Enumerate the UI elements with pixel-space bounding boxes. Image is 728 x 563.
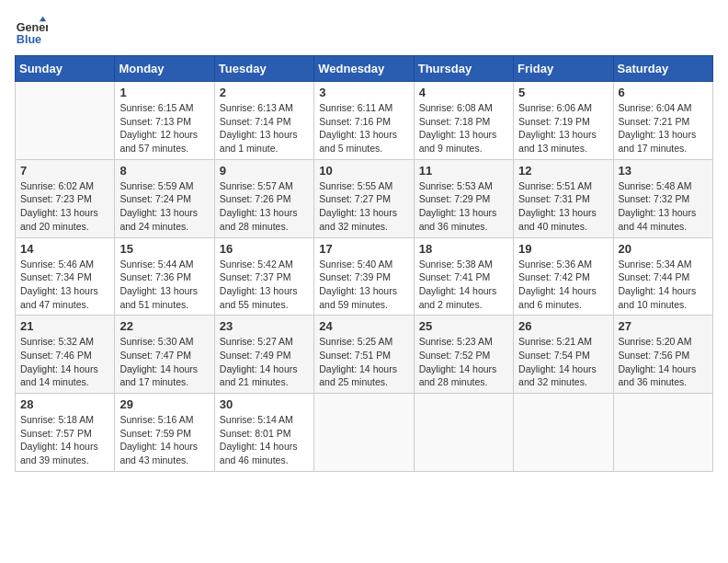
day-info: Sunrise: 6:08 AM Sunset: 7:18 PM Dayligh… [419, 101, 508, 155]
day-info: Sunrise: 6:15 AM Sunset: 7:13 PM Dayligh… [119, 101, 209, 155]
calendar-cell: 21Sunrise: 5:32 AM Sunset: 7:46 PM Dayli… [16, 316, 115, 394]
calendar-cell: 7Sunrise: 6:02 AM Sunset: 7:23 PM Daylig… [16, 159, 115, 237]
day-number: 8 [119, 164, 209, 178]
day-number: 6 [619, 86, 708, 99]
day-number: 18 [419, 242, 508, 256]
day-info: Sunrise: 5:40 AM Sunset: 7:39 PM Dayligh… [319, 258, 408, 312]
day-info: Sunrise: 5:38 AM Sunset: 7:41 PM Dayligh… [419, 258, 508, 312]
logo: General Blue [15, 15, 53, 48]
calendar-cell: 25Sunrise: 5:23 AM Sunset: 7:52 PM Dayli… [414, 316, 513, 394]
calendar-cell: 30Sunrise: 5:14 AM Sunset: 8:01 PM Dayli… [214, 394, 313, 472]
day-info: Sunrise: 5:25 AM Sunset: 7:51 PM Dayligh… [319, 335, 408, 389]
day-number: 19 [518, 242, 608, 256]
day-header-wednesday: Wednesday [314, 56, 414, 82]
day-header-sunday: Sunday [16, 56, 115, 82]
day-number: 15 [119, 242, 209, 256]
day-info: Sunrise: 5:53 AM Sunset: 7:29 PM Dayligh… [419, 179, 508, 234]
day-info: Sunrise: 5:48 AM Sunset: 7:32 PM Dayligh… [619, 179, 708, 234]
calendar-cell: 13Sunrise: 5:48 AM Sunset: 7:32 PM Dayli… [613, 159, 712, 237]
day-number: 21 [20, 319, 109, 333]
calendar-cell: 29Sunrise: 5:16 AM Sunset: 7:59 PM Dayli… [115, 394, 214, 472]
calendar-cell: 17Sunrise: 5:40 AM Sunset: 7:39 PM Dayli… [314, 237, 414, 316]
calendar-cell: 2Sunrise: 6:13 AM Sunset: 7:14 PM Daylig… [214, 82, 313, 160]
day-info: Sunrise: 5:16 AM Sunset: 7:59 PM Dayligh… [119, 413, 209, 467]
day-number: 3 [319, 86, 408, 99]
calendar-cell: 11Sunrise: 5:53 AM Sunset: 7:29 PM Dayli… [414, 159, 513, 237]
calendar-cell: 19Sunrise: 5:36 AM Sunset: 7:42 PM Dayli… [514, 237, 613, 316]
day-number: 29 [119, 397, 209, 411]
day-info: Sunrise: 5:30 AM Sunset: 7:47 PM Dayligh… [119, 335, 209, 389]
calendar-cell [16, 82, 115, 160]
day-info: Sunrise: 6:02 AM Sunset: 7:23 PM Dayligh… [20, 179, 109, 234]
calendar-cell: 28Sunrise: 5:18 AM Sunset: 7:57 PM Dayli… [16, 394, 115, 472]
calendar-cell: 3Sunrise: 6:11 AM Sunset: 7:16 PM Daylig… [314, 82, 414, 160]
day-number: 4 [419, 86, 508, 99]
calendar-cell: 23Sunrise: 5:27 AM Sunset: 7:49 PM Dayli… [214, 316, 313, 394]
day-number: 28 [20, 397, 109, 411]
day-info: Sunrise: 5:34 AM Sunset: 7:44 PM Dayligh… [619, 258, 708, 312]
day-info: Sunrise: 5:32 AM Sunset: 7:46 PM Dayligh… [20, 335, 109, 389]
day-number: 13 [619, 164, 708, 178]
day-info: Sunrise: 5:18 AM Sunset: 7:57 PM Dayligh… [20, 413, 109, 467]
day-info: Sunrise: 5:23 AM Sunset: 7:52 PM Dayligh… [419, 335, 508, 389]
calendar-cell: 16Sunrise: 5:42 AM Sunset: 7:37 PM Dayli… [214, 237, 313, 316]
day-number: 2 [220, 86, 309, 99]
day-number: 26 [518, 319, 608, 333]
logo-icon: General Blue [15, 15, 48, 48]
day-info: Sunrise: 5:44 AM Sunset: 7:36 PM Dayligh… [119, 258, 209, 312]
day-info: Sunrise: 5:51 AM Sunset: 7:31 PM Dayligh… [518, 179, 608, 234]
day-number: 11 [419, 164, 508, 178]
calendar-cell [514, 394, 613, 472]
svg-marker-2 [40, 17, 46, 21]
day-header-thursday: Thursday [414, 56, 513, 82]
calendar-cell: 6Sunrise: 6:04 AM Sunset: 7:21 PM Daylig… [613, 82, 712, 160]
calendar-cell: 8Sunrise: 5:59 AM Sunset: 7:24 PM Daylig… [115, 159, 214, 237]
day-header-monday: Monday [115, 56, 214, 82]
calendar-cell: 9Sunrise: 5:57 AM Sunset: 7:26 PM Daylig… [214, 159, 313, 237]
day-info: Sunrise: 5:20 AM Sunset: 7:56 PM Dayligh… [619, 335, 708, 389]
day-info: Sunrise: 5:59 AM Sunset: 7:24 PM Dayligh… [119, 179, 209, 234]
calendar-cell: 1Sunrise: 6:15 AM Sunset: 7:13 PM Daylig… [115, 82, 214, 160]
day-number: 23 [220, 319, 309, 333]
day-info: Sunrise: 5:46 AM Sunset: 7:34 PM Dayligh… [20, 258, 109, 312]
day-number: 30 [220, 397, 309, 411]
day-header-tuesday: Tuesday [214, 56, 313, 82]
calendar-cell: 15Sunrise: 5:44 AM Sunset: 7:36 PM Dayli… [115, 237, 214, 316]
day-info: Sunrise: 5:55 AM Sunset: 7:27 PM Dayligh… [319, 179, 408, 234]
day-info: Sunrise: 5:57 AM Sunset: 7:26 PM Dayligh… [220, 179, 309, 234]
day-number: 17 [319, 242, 408, 256]
calendar-header-row: SundayMondayTuesdayWednesdayThursdayFrid… [16, 56, 713, 82]
calendar-cell: 24Sunrise: 5:25 AM Sunset: 7:51 PM Dayli… [314, 316, 414, 394]
day-info: Sunrise: 5:14 AM Sunset: 8:01 PM Dayligh… [220, 413, 309, 467]
calendar-cell: 10Sunrise: 5:55 AM Sunset: 7:27 PM Dayli… [314, 159, 414, 237]
day-number: 9 [220, 164, 309, 178]
calendar-cell [414, 394, 513, 472]
day-number: 10 [319, 164, 408, 178]
day-number: 1 [119, 86, 209, 99]
day-info: Sunrise: 5:21 AM Sunset: 7:54 PM Dayligh… [518, 335, 608, 389]
day-info: Sunrise: 6:06 AM Sunset: 7:19 PM Dayligh… [518, 101, 608, 155]
day-info: Sunrise: 5:27 AM Sunset: 7:49 PM Dayligh… [220, 335, 309, 389]
calendar-cell: 5Sunrise: 6:06 AM Sunset: 7:19 PM Daylig… [514, 82, 613, 160]
day-info: Sunrise: 6:13 AM Sunset: 7:14 PM Dayligh… [220, 101, 309, 155]
day-info: Sunrise: 5:42 AM Sunset: 7:37 PM Dayligh… [220, 258, 309, 312]
day-number: 5 [518, 86, 608, 99]
svg-text:Blue: Blue [17, 33, 41, 46]
day-number: 20 [619, 242, 708, 256]
day-header-saturday: Saturday [613, 56, 712, 82]
page-header: General Blue [15, 15, 713, 48]
calendar-cell: 20Sunrise: 5:34 AM Sunset: 7:44 PM Dayli… [613, 237, 712, 316]
day-number: 24 [319, 319, 408, 333]
day-info: Sunrise: 6:11 AM Sunset: 7:16 PM Dayligh… [319, 101, 408, 155]
day-info: Sunrise: 5:36 AM Sunset: 7:42 PM Dayligh… [518, 258, 608, 312]
calendar-cell: 26Sunrise: 5:21 AM Sunset: 7:54 PM Dayli… [514, 316, 613, 394]
calendar-cell [314, 394, 414, 472]
calendar-cell: 14Sunrise: 5:46 AM Sunset: 7:34 PM Dayli… [16, 237, 115, 316]
day-header-friday: Friday [514, 56, 613, 82]
calendar-cell: 22Sunrise: 5:30 AM Sunset: 7:47 PM Dayli… [115, 316, 214, 394]
day-number: 16 [220, 242, 309, 256]
day-number: 25 [419, 319, 508, 333]
day-number: 22 [119, 319, 209, 333]
day-number: 27 [619, 319, 708, 333]
day-number: 7 [20, 164, 109, 178]
